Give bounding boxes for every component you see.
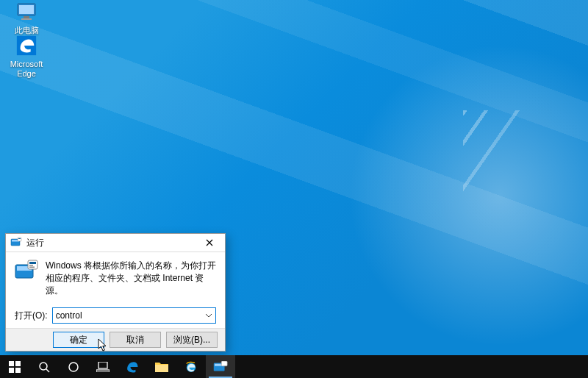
svg-rect-28 — [221, 361, 227, 366]
svg-rect-17 — [9, 368, 14, 373]
svg-rect-22 — [98, 362, 107, 368]
chevron-down-icon — [206, 314, 212, 318]
svg-rect-23 — [96, 370, 110, 372]
edge-icon — [125, 360, 140, 374]
dialog-button-row: 确定 取消 浏览(B)... — [6, 328, 225, 351]
svg-rect-24 — [155, 365, 168, 372]
svg-rect-13 — [29, 265, 33, 266]
svg-rect-18 — [15, 368, 21, 373]
desktop-icon-edge[interactable]: Microsoft Edge — [4, 34, 49, 79]
run-icon — [213, 361, 228, 373]
desktop-wallpaper[interactable]: 此电脑 Microsoft Edge 运行 — [0, 0, 588, 355]
desktop-icon-label: Microsoft Edge — [4, 60, 49, 79]
svg-rect-15 — [9, 361, 14, 366]
file-explorer-icon — [155, 361, 168, 373]
dialog-body: Windows 将根据你所输入的名称，为你打开相应的程序、文件夹、文档或 Int… — [6, 252, 225, 328]
open-input[interactable] — [52, 307, 216, 324]
open-combobox[interactable] — [52, 307, 216, 324]
desktop-icon-this-pc[interactable]: 此电脑 — [4, 0, 49, 35]
this-pc-icon — [15, 0, 38, 24]
taskbar-app-edge[interactable] — [118, 355, 147, 378]
start-button[interactable] — [0, 355, 29, 378]
ok-button[interactable]: 确定 — [53, 332, 104, 348]
taskbar-app-ie[interactable] — [176, 355, 206, 378]
ie-icon — [184, 360, 198, 374]
taskbar-app-run-dialog[interactable] — [206, 355, 235, 378]
svg-rect-2 — [24, 16, 29, 18]
run-dialog-window: 运行 Windows 将根 — [5, 233, 226, 352]
title-bar[interactable]: 运行 — [6, 234, 225, 252]
svg-rect-7 — [18, 238, 21, 241]
combobox-dropdown-button[interactable] — [202, 308, 215, 323]
task-view-button[interactable] — [88, 355, 118, 378]
run-icon — [10, 237, 22, 249]
svg-line-20 — [46, 369, 49, 372]
close-icon — [206, 239, 213, 246]
svg-point-19 — [40, 363, 47, 370]
cortana-icon — [68, 361, 79, 373]
cortana-button[interactable] — [59, 355, 88, 378]
svg-rect-16 — [15, 361, 21, 366]
dialog-title: 运行 — [26, 237, 196, 249]
cancel-button[interactable]: 取消 — [110, 332, 161, 348]
svg-rect-3 — [21, 18, 32, 20]
svg-rect-1 — [19, 5, 34, 14]
taskbar — [0, 355, 588, 378]
edge-icon — [15, 34, 38, 57]
task-view-icon — [96, 362, 110, 372]
browse-button[interactable]: 浏览(B)... — [166, 332, 218, 348]
dialog-message: Windows 将根据你所输入的名称，为你打开相应的程序、文件夹、文档或 Int… — [46, 260, 216, 297]
run-large-icon — [15, 260, 38, 283]
svg-point-21 — [69, 363, 78, 371]
search-button[interactable] — [29, 355, 59, 378]
svg-rect-8 — [18, 238, 21, 239]
windows-logo-icon — [9, 361, 21, 373]
search-icon — [38, 361, 50, 373]
taskbar-app-file-explorer[interactable] — [147, 355, 176, 378]
open-label: 打开(O): — [15, 310, 48, 322]
svg-rect-14 — [29, 267, 35, 268]
svg-rect-12 — [29, 262, 36, 264]
close-button[interactable] — [196, 234, 223, 252]
